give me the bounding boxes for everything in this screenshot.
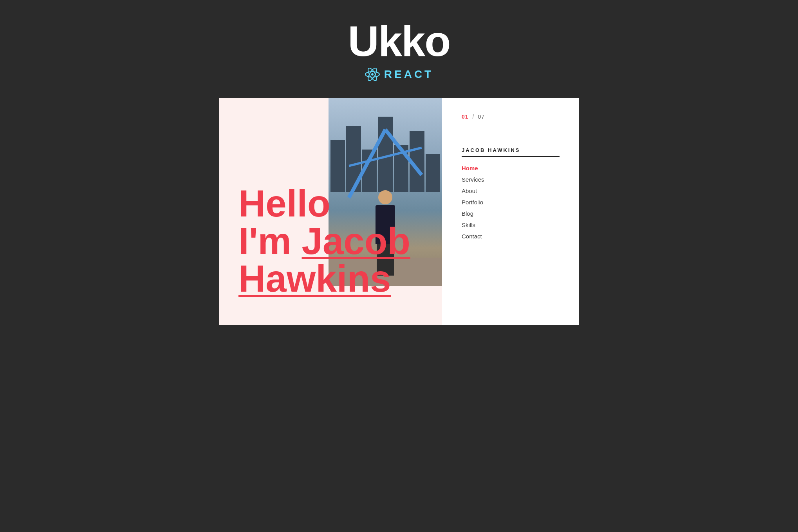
nav-item-blog[interactable]: Blog [462,210,560,217]
right-panel: 01 / 07 JACOB HAWKINS Home Services Abou… [442,98,579,325]
nav-item-about[interactable]: About [462,188,560,194]
nav-item-skills[interactable]: Skills [462,222,560,228]
react-icon [365,67,380,82]
hero-line3: Hawkins [238,260,426,298]
hero-line2-text: I'm Jacob [238,220,410,262]
preview-window: Hello I'm Jacob Hawkins 01 / 07 JACOB HA… [219,98,579,325]
page-current: 01 [462,114,469,120]
hero-text: Hello I'm Jacob Hawkins [238,185,426,309]
nav-item-services[interactable]: Services [462,176,560,183]
react-label: REACT [384,68,433,81]
hero-line1: Hello [238,185,426,222]
page-separator: / [473,114,474,120]
nav-list: Home Services About Portfolio Blog Skill… [462,165,560,240]
svg-point-3 [371,73,374,76]
brand-title: Ukko [348,20,450,63]
nav-item-contact[interactable]: Contact [462,233,560,240]
left-panel: Hello I'm Jacob Hawkins [219,98,442,325]
page-total: 07 [478,114,485,120]
top-header: Ukko REACT [0,0,798,98]
nav-item-home[interactable]: Home [462,165,560,171]
nav-person-name: JACOB HAWKINS [462,147,560,157]
nav-item-portfolio[interactable]: Portfolio [462,199,560,206]
react-badge: REACT [365,67,433,82]
hero-name-first: Jacob [302,220,410,262]
nav-section: JACOB HAWKINS Home Services About Portfo… [462,147,560,240]
hero-line2: I'm Jacob [238,222,426,260]
pagination: 01 / 07 [462,114,560,120]
